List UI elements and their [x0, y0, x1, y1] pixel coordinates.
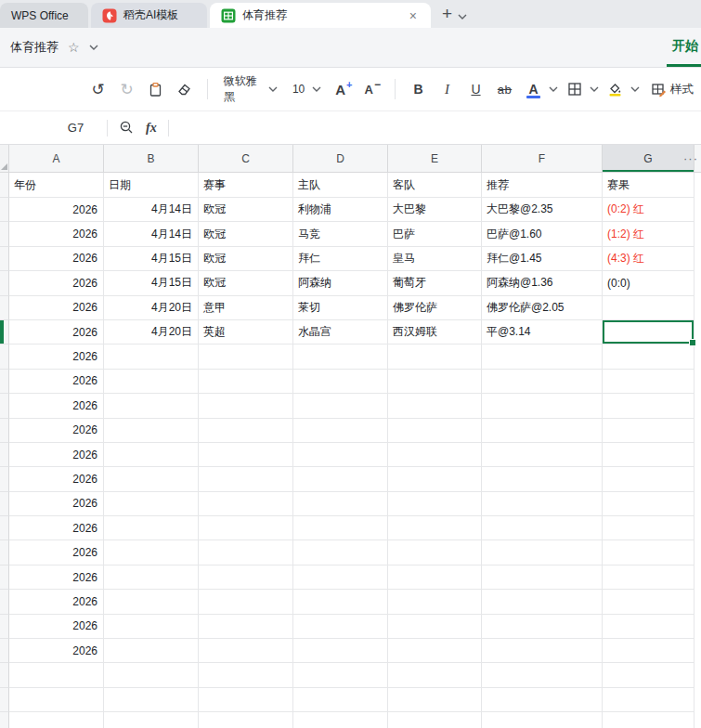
cell-C14[interactable]: [199, 492, 293, 516]
cell-D1[interactable]: 主队: [293, 173, 388, 198]
cell-E16[interactable]: [388, 540, 482, 565]
cell-A13[interactable]: 2026: [9, 467, 104, 491]
row-header-2[interactable]: [0, 198, 9, 222]
cell-C23[interactable]: [199, 712, 293, 728]
cell-B4[interactable]: 4月15日: [104, 247, 199, 271]
cell-F3[interactable]: 巴萨@1.60: [482, 222, 603, 246]
strikethrough-button[interactable]: ab: [492, 75, 517, 103]
cell-E21[interactable]: [388, 663, 482, 687]
cell-A4[interactable]: 2026: [9, 247, 104, 271]
ribbon-tab-home[interactable]: 开始: [667, 28, 701, 67]
cell-F2[interactable]: 大巴黎@2.35: [482, 198, 603, 222]
cell-G14[interactable]: [603, 492, 695, 516]
cell-C1[interactable]: 赛事: [199, 173, 293, 198]
cell-F6[interactable]: 佛罗伦萨@2.05: [482, 296, 603, 320]
cell-C2[interactable]: 欧冠: [199, 198, 293, 222]
column-header-c[interactable]: C: [199, 145, 293, 172]
fill-color-button[interactable]: [603, 75, 628, 103]
cell-F18[interactable]: [482, 590, 603, 614]
cell-A19[interactable]: 2026: [9, 615, 104, 639]
cell-E2[interactable]: 大巴黎: [388, 198, 482, 222]
cell-C12[interactable]: [199, 443, 293, 467]
row-header-15[interactable]: [0, 516, 9, 540]
cell-E1[interactable]: 客队: [388, 173, 482, 198]
cell-E9[interactable]: [388, 370, 482, 394]
cell-B7[interactable]: 4月20日: [104, 320, 199, 344]
cell-D16[interactable]: [293, 540, 388, 565]
cell-E23[interactable]: [388, 712, 482, 728]
row-header-22[interactable]: [0, 688, 9, 712]
cell-B3[interactable]: 4月14日: [104, 222, 199, 246]
cell-D18[interactable]: [293, 590, 388, 614]
cell-F21[interactable]: [482, 663, 603, 687]
cell-E5[interactable]: 葡萄牙: [388, 271, 482, 295]
column-header-b[interactable]: B: [104, 145, 199, 172]
cell-C7[interactable]: 英超: [199, 320, 293, 344]
undo-button[interactable]: ↺: [85, 75, 110, 103]
cell-D20[interactable]: [293, 639, 388, 663]
cell-A3[interactable]: 2026: [9, 222, 104, 246]
cell-G6[interactable]: [603, 296, 695, 320]
cell-G11[interactable]: [603, 419, 695, 443]
name-box[interactable]: G7: [0, 111, 107, 144]
eraser-button[interactable]: [172, 75, 197, 103]
cell-E15[interactable]: [388, 516, 482, 540]
redo-button[interactable]: ↻: [114, 75, 139, 103]
cell-E3[interactable]: 巴萨: [388, 222, 482, 246]
cell-B11[interactable]: [104, 419, 199, 443]
cell-E22[interactable]: [388, 688, 482, 712]
cell-F10[interactable]: [482, 394, 603, 418]
cell-B18[interactable]: [104, 590, 199, 614]
cell-D17[interactable]: [293, 566, 388, 590]
cell-E20[interactable]: [388, 639, 482, 663]
cell-B1[interactable]: 日期: [104, 173, 199, 198]
font-size-select[interactable]: 10: [287, 76, 327, 102]
row-header-16[interactable]: [0, 540, 9, 565]
cell-G7[interactable]: [603, 320, 695, 344]
cell-B8[interactable]: [104, 344, 199, 369]
row-header-10[interactable]: [0, 394, 9, 418]
row-header-3[interactable]: [0, 222, 9, 246]
cell-F11[interactable]: [482, 419, 603, 443]
cell-C8[interactable]: [199, 344, 293, 369]
format-painter-button[interactable]: [143, 75, 168, 103]
cell-C22[interactable]: [199, 688, 293, 712]
row-header-1[interactable]: [0, 173, 9, 198]
cell-C4[interactable]: 欧冠: [199, 247, 293, 271]
cell-G21[interactable]: [603, 663, 695, 687]
cell-G1[interactable]: 赛果: [603, 173, 695, 198]
column-header-f[interactable]: F: [482, 145, 603, 172]
cell-G23[interactable]: [603, 712, 695, 728]
cell-D15[interactable]: [293, 516, 388, 540]
cell-C19[interactable]: [199, 615, 293, 639]
cell-D19[interactable]: [293, 615, 388, 639]
cell-B13[interactable]: [104, 467, 199, 491]
cell-D13[interactable]: [293, 467, 388, 491]
favorite-star-icon[interactable]: ☆: [68, 40, 80, 55]
column-header-e[interactable]: E: [388, 145, 482, 172]
cell-A10[interactable]: 2026: [9, 394, 104, 418]
cell-D6[interactable]: 莱切: [293, 296, 388, 320]
cell-G19[interactable]: [603, 615, 695, 639]
cell-D7[interactable]: 水晶宫: [293, 320, 388, 344]
cell-C3[interactable]: 欧冠: [199, 222, 293, 246]
cell-A7[interactable]: 2026: [9, 320, 104, 344]
cell-C10[interactable]: [199, 394, 293, 418]
row-header-5[interactable]: [0, 271, 9, 295]
cell-F7[interactable]: 平@3.14: [482, 320, 603, 344]
cell-A1[interactable]: 年份: [9, 173, 104, 198]
cell-F23[interactable]: [482, 712, 603, 728]
zoom-out-icon[interactable]: [119, 120, 135, 136]
cell-B23[interactable]: [104, 712, 199, 728]
cell-G12[interactable]: [603, 443, 695, 467]
cell-G3[interactable]: (1:2) 红: [603, 222, 695, 246]
cell-D2[interactable]: 利物浦: [293, 198, 388, 222]
cell-F4[interactable]: 拜仁@1.45: [482, 247, 603, 271]
cell-E11[interactable]: [388, 419, 482, 443]
cell-C20[interactable]: [199, 639, 293, 663]
cell-D9[interactable]: [293, 370, 388, 394]
cell-C21[interactable]: [199, 663, 293, 687]
cell-E7[interactable]: 西汉姆联: [388, 320, 482, 344]
close-tab-icon[interactable]: ×: [407, 8, 420, 23]
cell-A14[interactable]: 2026: [9, 492, 104, 516]
